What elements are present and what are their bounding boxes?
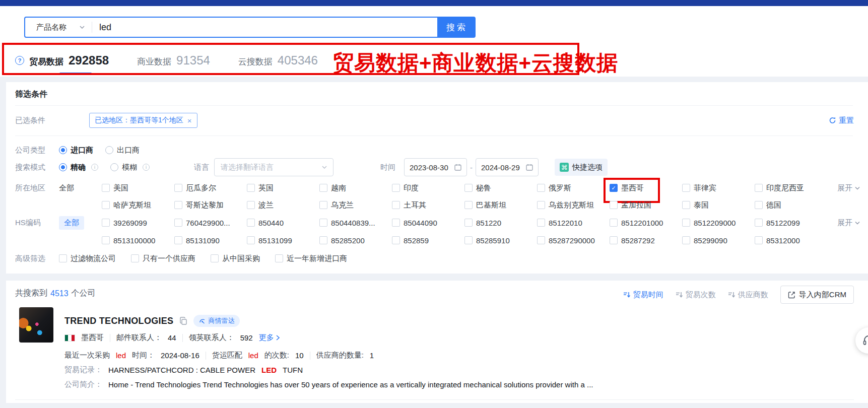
checkbox-icon	[247, 219, 255, 227]
checkbox-icon	[610, 201, 618, 209]
search-category-dropdown[interactable]: 产品名称	[25, 23, 92, 32]
info-icon[interactable]: i	[143, 164, 150, 171]
checkbox-label: 哈萨克斯坦	[113, 200, 151, 210]
region-checkbox-俄罗斯[interactable]: 俄罗斯	[537, 183, 610, 193]
tab-cloud-search-data[interactable]: 云搜数据 405346	[238, 53, 318, 67]
advanced-checkbox-过滤物流公司[interactable]: 过滤物流公司	[59, 254, 116, 263]
selected-region-tag[interactable]: 已选地区：墨西哥等1个地区 ×	[89, 113, 197, 128]
hs-checkbox-85122010[interactable]: 85122010	[537, 219, 610, 227]
quick-options-button[interactable]: ⌘ 快捷选项	[555, 159, 608, 176]
checkbox-icon	[59, 254, 67, 262]
checkbox-icon	[102, 184, 110, 192]
tab-count: 91354	[176, 53, 210, 67]
radio-exact[interactable]: 精确 i	[59, 163, 98, 172]
checkbox-label: 85122010	[549, 219, 582, 227]
sort-供应商数[interactable]: 供应商数	[728, 290, 768, 300]
hs-checkbox-8512201000[interactable]: 8512201000	[610, 219, 682, 227]
checkbox-icon	[682, 236, 690, 244]
hs-checkbox-760429900...[interactable]: 760429900...	[174, 219, 247, 227]
info-icon[interactable]: i	[91, 164, 98, 171]
date-separator: -	[470, 163, 473, 172]
date-to-input[interactable]: 2024-08-29	[476, 158, 539, 176]
checkbox-label: 8512201000	[621, 219, 663, 227]
region-checkbox-秘鲁[interactable]: 秘鲁	[464, 183, 537, 193]
company-name[interactable]: TREND TECHNOLOGIES	[64, 316, 173, 326]
hs-checkbox-85044090[interactable]: 85044090	[392, 219, 464, 227]
radio-importer[interactable]: 进口商	[59, 146, 93, 155]
tab-trade-data[interactable]: ? 贸易数据 292858	[15, 53, 109, 67]
company-thumbnail[interactable]	[19, 307, 53, 343]
advanced-checkbox-近一年新增进口商[interactable]: 近一年新增进口商	[275, 254, 347, 263]
advanced-checkbox-从中国采购[interactable]: 从中国采购	[211, 254, 260, 263]
checkbox-label: 85285910	[476, 236, 510, 245]
hs-checkbox-85131099[interactable]: 85131099	[247, 236, 319, 245]
checkbox-label: 印度尼西亚	[766, 183, 804, 193]
hs-expand-button[interactable]: 展开	[837, 218, 860, 228]
hs-checkbox-852859[interactable]: 852859	[392, 236, 464, 245]
hs-checkbox-85285910[interactable]: 85285910	[464, 236, 537, 245]
hs-checkbox-39269099[interactable]: 39269099	[102, 219, 174, 227]
region-checkbox-土耳其[interactable]: 土耳其	[392, 200, 464, 210]
hs-all[interactable]: 全部	[59, 216, 84, 230]
region-checkbox-波兰[interactable]: 波兰	[247, 200, 319, 210]
reset-button[interactable]: 重置	[829, 116, 854, 125]
region-checkbox-哥斯达黎加[interactable]: 哥斯达黎加	[174, 200, 247, 210]
region-checkbox-巴基斯坦[interactable]: 巴基斯坦	[464, 200, 537, 210]
radio-icon	[59, 163, 67, 171]
tab-business-data[interactable]: 商业数据 91354	[137, 53, 210, 67]
hs-checkbox-85131090[interactable]: 85131090	[174, 236, 247, 245]
region-checkbox-菲律宾[interactable]: 菲律宾	[682, 183, 755, 193]
region-checkbox-乌兹别克斯坦[interactable]: 乌兹别克斯坦	[537, 200, 610, 210]
region-expand-button[interactable]: 展开	[837, 183, 860, 193]
question-circle-icon[interactable]: ?	[15, 56, 24, 65]
company-type-label: 公司类型	[15, 146, 59, 155]
chevron-down-icon	[322, 165, 327, 170]
region-checkbox-墨西哥[interactable]: 墨西哥	[610, 183, 682, 193]
hs-checkbox-85285200[interactable]: 85285200	[319, 236, 392, 245]
region-checkbox-美国[interactable]: 美国	[102, 183, 174, 193]
sort-贸易时间[interactable]: 贸易时间	[623, 290, 663, 300]
language-select[interactable]: 请选择翻译语言	[214, 158, 333, 176]
region-checkbox-泰国[interactable]: 泰国	[682, 200, 755, 210]
checkbox-label: 俄罗斯	[549, 183, 571, 193]
sort-贸易次数[interactable]: 贸易次数	[676, 290, 716, 300]
hs-checkbox-8513100000[interactable]: 8513100000	[102, 236, 174, 245]
hs-checkbox-851220[interactable]: 851220	[464, 219, 537, 227]
region-checkbox-德国[interactable]: 德国	[755, 200, 827, 210]
copy-icon[interactable]	[179, 317, 187, 325]
checkbox-icon	[247, 184, 255, 192]
region-checkbox-英国[interactable]: 英国	[247, 183, 319, 193]
hs-checkbox-85299090[interactable]: 85299090	[682, 236, 755, 245]
radio-exporter[interactable]: 出口商	[105, 146, 140, 155]
hs-checkbox-850440839...[interactable]: 850440839...	[319, 219, 392, 227]
hs-checkbox-85122099[interactable]: 85122099	[755, 219, 827, 227]
search-button[interactable]: 搜索	[438, 17, 476, 38]
hs-checkbox-8512209000[interactable]: 8512209000	[682, 219, 755, 227]
region-checkbox-孟加拉国[interactable]: 孟加拉国	[610, 200, 682, 210]
region-checkbox-越南[interactable]: 越南	[319, 183, 392, 193]
hs-checkbox-850440[interactable]: 850440	[247, 219, 319, 227]
badge-label: 商情雷达	[208, 316, 234, 325]
hs-checkbox-85312000[interactable]: 85312000	[755, 236, 827, 245]
region-checkbox-乌克兰[interactable]: 乌克兰	[319, 200, 392, 210]
top-navy-bar	[0, 0, 868, 6]
region-all[interactable]: 全部	[59, 183, 102, 193]
hs-checkbox-85287292[interactable]: 85287292	[610, 236, 682, 245]
search-input[interactable]	[92, 22, 437, 33]
region-checkbox-哈萨克斯坦[interactable]: 哈萨克斯坦	[102, 200, 174, 210]
region-checkbox-厄瓜多尔[interactable]: 厄瓜多尔	[174, 183, 247, 193]
region-checkbox-印度[interactable]: 印度	[392, 183, 464, 193]
import-crm-button[interactable]: 导入内部CRM	[780, 286, 854, 304]
hs-checkbox-85287290000[interactable]: 85287290000	[537, 236, 610, 245]
checkbox-icon	[319, 219, 327, 227]
more-link[interactable]: 更多	[259, 333, 280, 343]
date-from-input[interactable]: 2023-08-30	[404, 158, 467, 176]
checkbox-label: 乌克兰	[331, 200, 354, 210]
chevron-down-icon	[80, 25, 85, 30]
advanced-checkbox-只有一个供应商[interactable]: 只有一个供应商	[131, 254, 195, 263]
business-radar-badge[interactable]: 商情雷达	[193, 315, 240, 327]
remove-tag-icon[interactable]: ×	[187, 116, 192, 125]
region-checkbox-印度尼西亚[interactable]: 印度尼西亚	[755, 183, 827, 193]
checkbox-icon	[174, 236, 182, 244]
radio-fuzzy[interactable]: 模糊 i	[110, 163, 150, 172]
